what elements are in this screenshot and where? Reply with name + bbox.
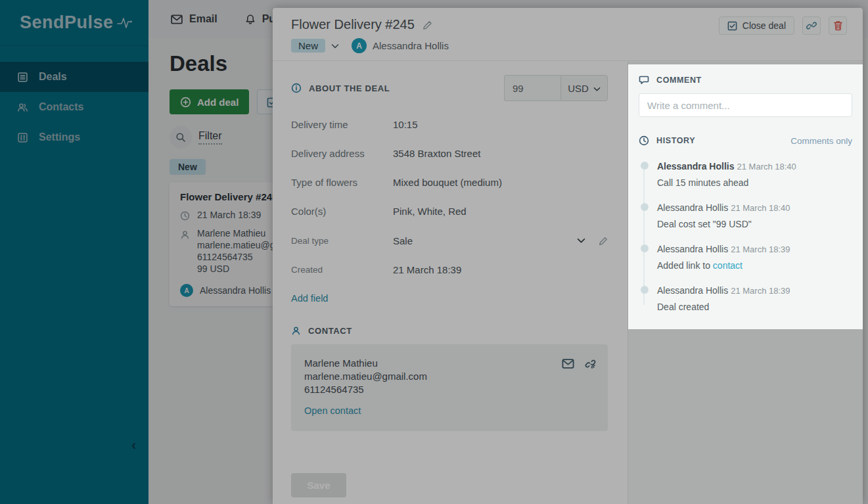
timeline-dot [641, 203, 649, 211]
sidebar-collapse-button[interactable]: ‹ [131, 438, 136, 453]
field-row: Color(s) Pink, White, Red [291, 206, 608, 217]
sidebar-item-contacts[interactable]: Contacts [0, 92, 148, 122]
field-value: Pink, White, Red [393, 206, 608, 217]
comments-column: COMMENT HISTORY Comments only Ales [628, 62, 863, 504]
info-icon [291, 83, 302, 94]
about-row: ABOUT THE DEAL USD [291, 75, 608, 101]
deal-amount-group: USD [504, 75, 608, 101]
unlink-icon[interactable] [585, 357, 596, 369]
comments-spotlight-panel: COMMENT HISTORY Comments only Ales [628, 64, 863, 329]
contact-name: Marlene Mathieu [304, 357, 595, 369]
close-deal-button[interactable]: Close deal [719, 16, 794, 35]
sidebar-item-settings[interactable]: Settings [0, 122, 148, 152]
contact-card-icons [562, 357, 596, 369]
link-icon [806, 20, 817, 31]
copy-link-button[interactable] [802, 16, 821, 35]
contact-email: marlene.matieu@gmail.com [304, 370, 595, 382]
chevron-down-icon[interactable] [577, 235, 585, 246]
trash-icon [833, 20, 843, 31]
status-badge[interactable]: New [291, 39, 325, 53]
close-deal-label: Close deal [742, 20, 786, 31]
history-author: Alessandra Hollis [657, 244, 728, 254]
deals-icon [17, 71, 39, 83]
settings-icon [17, 131, 39, 143]
about-heading: ABOUT THE DEAL [291, 83, 390, 94]
deal-modal-body: ABOUT THE DEAL USD Delivery time 10:15 [273, 62, 863, 504]
timeline-dot [641, 244, 649, 252]
history-heading: HISTORY [639, 135, 695, 146]
history-link-contact[interactable]: contact [713, 260, 742, 271]
logo[interactable]: SendPulse [0, 0, 148, 46]
timeline-dot [641, 162, 649, 170]
sidebar-item-deals[interactable]: Deals [0, 62, 148, 92]
history-heading-label: HISTORY [656, 136, 695, 145]
comments-only-link[interactable]: Comments only [790, 136, 852, 146]
person-icon [291, 325, 301, 336]
currency-select[interactable]: USD [560, 75, 608, 101]
history-time: 21 March 18:39 [731, 244, 790, 254]
deal-header-buttons: Close deal [719, 16, 847, 35]
chevron-down-icon[interactable] [331, 40, 339, 52]
field-label: Created [291, 265, 393, 275]
save-button[interactable]: Save [291, 473, 346, 497]
history-entry: Alessandra Hollis21 March 18:40 Deal cos… [640, 202, 852, 230]
comment-heading: COMMENT [639, 75, 852, 85]
comment-bubble-icon [639, 75, 649, 85]
created-value: 21 March 18:39 [393, 264, 608, 275]
history-row: HISTORY Comments only [639, 135, 852, 146]
history-text: Call 15 minutes ahead [657, 177, 748, 188]
contact-phone: 61124564735 [304, 383, 595, 396]
app-root: SendPulse Deals Contacts Settings ‹ E [0, 0, 868, 504]
deal-modal-header: Flower Delivery #245 New A Alessandra Ho… [273, 8, 863, 61]
field-label: Delivery address [291, 148, 393, 159]
history-timeline: Alessandra Hollis21 March 18:40 Call 15 … [639, 160, 852, 313]
history-entry: Alessandra Hollis21 March 18:39 Added li… [640, 243, 852, 271]
delete-deal-button[interactable] [829, 16, 847, 35]
history-entry: Alessandra Hollis21 March 18:39 Deal cre… [640, 285, 852, 313]
sidebar-nav: Deals Contacts Settings [0, 62, 148, 152]
timeline-dot [641, 286, 649, 294]
deal-title: Flower Delivery #245 [291, 17, 415, 32]
history-time: 21 March 18:40 [731, 203, 790, 213]
pulse-icon [116, 16, 133, 30]
field-row: Delivery address 3548 Braxton Street [291, 148, 608, 159]
contact-heading-label: CONTACT [308, 326, 352, 336]
created-row: Created 21 March 18:39 [291, 264, 608, 275]
currency-value: USD [568, 83, 589, 94]
chevron-down-icon [593, 83, 601, 94]
sidebar-item-label: Contacts [39, 101, 83, 113]
field-value: 10:15 [393, 119, 608, 130]
pencil-icon[interactable] [423, 19, 432, 31]
pencil-icon[interactable] [599, 235, 608, 246]
about-heading-label: ABOUT THE DEAL [309, 83, 390, 93]
deal-amount-input[interactable] [504, 75, 560, 101]
clock-icon [639, 135, 649, 146]
field-value: 3548 Braxton Street [393, 148, 608, 159]
history-text: Added link to [657, 260, 713, 271]
history-time: 21 March 18:40 [737, 162, 796, 172]
checkbox-icon [727, 20, 737, 32]
field-label: Color(s) [291, 206, 393, 217]
deal-type-controls [577, 235, 608, 246]
deal-owner-name: Alessandra Hollis [373, 40, 449, 51]
sidebar: SendPulse Deals Contacts Settings ‹ [0, 0, 148, 504]
avatar: A [352, 38, 367, 53]
history-author: Alessandra Hollis [657, 202, 728, 213]
add-field-link[interactable]: Add field [291, 293, 328, 304]
open-contact-link[interactable]: Open contact [304, 405, 361, 416]
comment-input[interactable] [639, 93, 852, 117]
field-label: Type of flowers [291, 177, 393, 188]
envelope-icon[interactable] [562, 357, 574, 369]
contacts-icon [17, 101, 39, 113]
logo-text: SendPulse [20, 12, 114, 33]
history-entry: Alessandra Hollis21 March 18:40 Call 15 … [640, 160, 852, 189]
field-value: Mixed bouquet (medium) [393, 177, 608, 188]
deal-type-value: Sale [393, 235, 577, 246]
deal-form-column: ABOUT THE DEAL USD Delivery time 10:15 [273, 62, 628, 504]
sidebar-item-label: Deals [39, 71, 67, 83]
contact-card: Marlene Mathieu marlene.matieu@gmail.com… [291, 344, 608, 431]
field-row: Delivery time 10:15 [291, 119, 608, 130]
field-label: Delivery time [291, 119, 393, 130]
comment-heading-label: COMMENT [656, 76, 702, 85]
deal-status-row: New A Alessandra Hollis [291, 38, 844, 53]
